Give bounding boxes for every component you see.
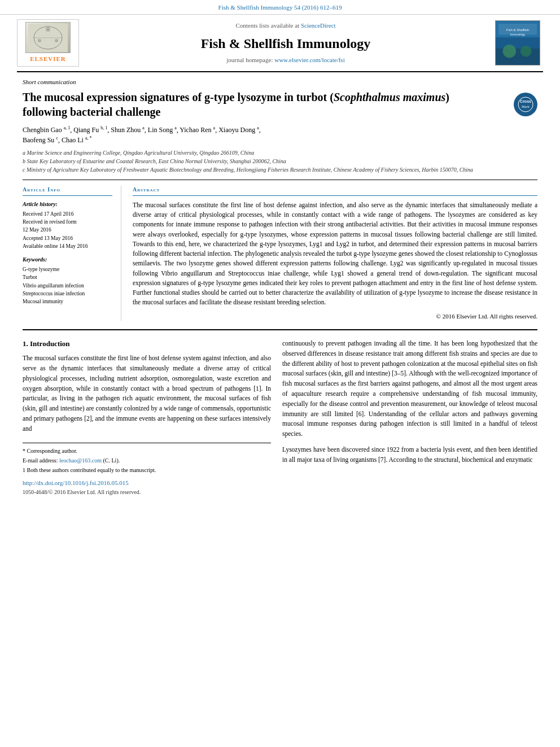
svg-text:Mark: Mark <box>522 105 530 108</box>
footnotes: * Corresponding author. E-mail address: … <box>23 443 271 474</box>
keyword-3: Vibrio anguillarum infection <box>23 282 112 290</box>
affiliations: a Marine Science and Engineering College… <box>23 148 537 174</box>
copyright-notice: © 2016 Elsevier Ltd. All rights reserved… <box>133 312 537 321</box>
journal-citation: Fish & Shellfish Immunology 54 (2016) 61… <box>218 4 342 11</box>
journal-center: Contents lists available at ScienceDirec… <box>79 19 492 66</box>
article-info-panel: Article Info Article history: Received 1… <box>23 186 121 321</box>
journal-thumbnail: Fish & Shellfish Immunology <box>492 19 543 66</box>
affiliation-c: c Ministry of Agriculture Key Laboratory… <box>23 165 537 174</box>
sciencedirect-link[interactable]: ScienceDirect <box>301 22 336 29</box>
svg-text:Fish & Shellfish: Fish & Shellfish <box>506 28 529 32</box>
elsevier-logo: ELSEVIER <box>17 19 79 66</box>
received-date: Received 17 April 2016 <box>23 210 112 218</box>
accepted-date: Accepted 13 May 2016 <box>23 234 112 242</box>
svg-point-3 <box>46 27 50 32</box>
affiliation-a: a Marine Science and Engineering College… <box>23 148 537 157</box>
keyword-4: Streptococcus iniae infection <box>23 290 112 298</box>
introduction-section: 1. Introduction The mucosal surfaces con… <box>23 339 537 496</box>
email-link[interactable]: leochao@163.com <box>59 457 102 464</box>
journal-homepage: journal homepage: www.elsevier.com/locat… <box>226 56 344 64</box>
affiliation-b: b State Key Laboratory of Estuarine and … <box>23 157 537 165</box>
article-body: Short communication The mucosal expressi… <box>0 72 560 508</box>
elsevier-logo-image <box>25 22 71 53</box>
crossmark-badge: Cross Mark <box>514 93 537 116</box>
svg-rect-8 <box>496 49 540 65</box>
header-divider <box>23 180 537 180</box>
homepage-link[interactable]: www.elsevier.com/locate/fsi <box>274 56 345 63</box>
article-title: The mucosal expression signatures of g-t… <box>23 90 460 119</box>
elsevier-brand-text: ELSEVIER <box>30 55 66 63</box>
revised-date: Received in revised form12 May 2016 <box>23 218 112 234</box>
intro-right-para1: continuously to prevent pathogen invadin… <box>282 339 537 439</box>
top-bar: Fish & Shellfish Immunology 54 (2016) 61… <box>0 0 560 15</box>
corresponding-author-note: * Corresponding author. <box>23 447 271 455</box>
svg-text:Immunology: Immunology <box>510 33 526 36</box>
intro-left-column: 1. Introduction The mucosal surfaces con… <box>23 339 271 496</box>
contents-available: Contents lists available at ScienceDirec… <box>235 21 335 30</box>
svg-point-10 <box>520 46 532 57</box>
journal-header: ELSEVIER Contents lists available at Sci… <box>17 15 543 72</box>
issn-line: 1050-4648/© 2016 Elsevier Ltd. All right… <box>23 488 271 496</box>
journal-cover-image: Fish & Shellfish Immunology <box>495 20 540 65</box>
history-heading: Article history: <box>23 200 112 208</box>
keyword-1: G-type lysozyme <box>23 265 112 273</box>
keyword-2: Turbot <box>23 273 112 281</box>
abstract-text: The mucosal surfaces constitute the firs… <box>133 200 537 308</box>
info-abstract-columns: Article Info Article history: Received 1… <box>23 186 537 321</box>
intro-right-column: continuously to prevent pathogen invadin… <box>282 339 537 496</box>
intro-right-para2: Lysozymes have been discovered since 192… <box>282 445 537 465</box>
article-info-heading: Article Info <box>23 186 112 196</box>
equal-contribution-note: 1 Both these authors contributed equally… <box>23 466 271 474</box>
intro-left-para1: The mucosal surfaces constitute the firs… <box>23 353 271 434</box>
authors-list: Chengbin Gao a, 1, Qiang Fu b, 1, Shun Z… <box>23 125 537 145</box>
svg-text:Cross: Cross <box>520 99 531 103</box>
svg-point-4 <box>38 39 41 42</box>
keywords-section: Keywords: G-type lysozyme Turbot Vibrio … <box>23 256 112 305</box>
keyword-5: Mucosal immunity <box>23 298 112 305</box>
intro-heading: 1. Introduction <box>23 339 271 349</box>
journal-title: Fish & Shellfish Immunology <box>201 34 371 54</box>
doi-link[interactable]: http://dx.doi.org/10.1016/j.fsi.2016.05.… <box>23 479 271 487</box>
section-divider <box>23 329 537 330</box>
article-history: Article history: Received 17 April 2016 … <box>23 200 112 250</box>
abstract-heading: Abstract <box>133 186 537 196</box>
online-date: Available online 14 May 2016 <box>23 242 112 250</box>
keywords-heading: Keywords: <box>23 256 112 264</box>
svg-point-9 <box>503 45 516 58</box>
section-tag: Short communication <box>23 78 537 86</box>
email-note: E-mail address: leochao@163.com (C. Li). <box>23 456 271 465</box>
abstract-panel: Abstract The mucosal surfaces constitute… <box>133 186 537 321</box>
svg-point-5 <box>55 39 58 42</box>
